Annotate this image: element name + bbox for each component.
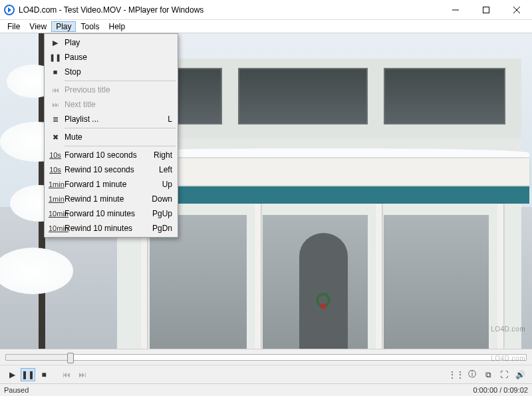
play-icon: ▶ <box>9 370 15 379</box>
menuitem-playlist[interactable]: ≣Playlist ...L <box>46 112 176 126</box>
menuitem-next-title: ⏭Next title <box>46 97 176 112</box>
menuitem-label: Rewind 10 minutes <box>62 224 147 233</box>
maximize-button[interactable] <box>471 0 501 19</box>
menuitem-label: Rewind 1 minute <box>62 194 146 204</box>
previous-button: ⏮ <box>59 368 74 381</box>
menuitem-previous-title: ⏮Previous title <box>46 83 176 97</box>
previous-icon: ⏮ <box>63 370 70 379</box>
status-time: 0:00:00 / 0:09:02 <box>473 386 528 394</box>
play-dropdown-menu: ▶Play❚❚Pause■Stop⏮Previous title⏭Next ti… <box>44 33 178 238</box>
status-state: Paused <box>4 386 473 394</box>
mute-icon: ✖ <box>49 133 62 142</box>
menuitem-label: Forward 10 minutes <box>62 209 147 218</box>
menu-tools[interactable]: Tools <box>76 21 104 32</box>
seek-bar <box>0 349 532 365</box>
next-icon: ⏭ <box>78 370 86 379</box>
previous-title-icon: ⏮ <box>49 86 62 94</box>
forward-10-seconds-icon: 10s <box>49 152 62 158</box>
fullscreen-icon: ⛶ <box>500 370 508 379</box>
playlist-icon: ≣ <box>49 115 62 124</box>
next-button: ⏭ <box>75 368 90 381</box>
info-button[interactable]: ⓘ <box>465 368 479 381</box>
menuitem-shortcut: Left <box>154 165 172 174</box>
volume-icon: 🔊 <box>515 370 525 379</box>
menuitem-shortcut: L <box>162 114 172 124</box>
next-title-icon: ⏭ <box>49 100 62 108</box>
control-bar: ▶ ❚❚ ■ ⏮ ⏭ ⋮⋮ ⓘ ⧉ ⛶ 🔊 <box>0 365 532 383</box>
pause-button[interactable]: ❚❚ <box>21 368 35 381</box>
menuitem-label: Mute <box>62 132 172 142</box>
menuitem-label: Playlist ... <box>62 114 162 124</box>
menuitem-rewind-10-seconds[interactable]: 10sRewind 10 secondsLeft <box>46 162 176 177</box>
menuitem-shortcut: PgUp <box>147 209 172 218</box>
menu-play[interactable]: Play <box>51 21 76 32</box>
menuitem-label: Rewind 10 seconds <box>62 165 154 174</box>
pause-icon: ❚❚ <box>49 53 62 62</box>
seek-thumb[interactable] <box>67 353 74 363</box>
window-title: LO4D.com - Test Video.MOV - MPlayer for … <box>19 5 440 15</box>
info-icon: ⓘ <box>468 369 476 380</box>
playlist-icon: ⋮⋮ <box>448 370 464 379</box>
play-button[interactable]: ▶ <box>5 368 19 381</box>
status-bar: Paused 0:00:00 / 0:09:02 <box>0 383 532 396</box>
playlist-button[interactable]: ⋮⋮ <box>449 368 464 381</box>
app-icon <box>4 5 15 15</box>
close-icon <box>513 7 520 13</box>
menuitem-pause[interactable]: ❚❚Pause <box>46 50 176 65</box>
stop-button[interactable]: ■ <box>37 368 51 381</box>
menuitem-label: Previous title <box>62 85 172 95</box>
play-icon: ▶ <box>49 39 62 47</box>
menuitem-stop[interactable]: ■Stop <box>46 65 176 79</box>
menuitem-forward-10-minutes[interactable]: 10minForward 10 minutesPgUp <box>46 206 176 221</box>
maximize-icon <box>483 7 489 13</box>
menu-file[interactable]: File <box>3 21 25 32</box>
pause-icon: ❚❚ <box>21 370 35 379</box>
menuitem-shortcut: PgDn <box>147 224 172 233</box>
rewind-1-minute-icon: 1min <box>49 196 62 202</box>
menu-help[interactable]: Help <box>104 21 130 32</box>
stop-icon: ■ <box>41 370 46 379</box>
forward-10-minutes-icon: 10min <box>49 211 62 216</box>
window-controls <box>440 0 532 19</box>
svg-rect-1 <box>483 7 489 13</box>
title-bar: LO4D.com - Test Video.MOV - MPlayer for … <box>0 0 532 20</box>
menu-bar: File View Play Tools Help <box>0 20 532 33</box>
menuitem-rewind-1-minute[interactable]: 1minRewind 1 minuteDown <box>46 192 176 206</box>
fullscreen-button[interactable]: ⛶ <box>497 368 511 381</box>
rewind-10-minutes-icon: 10min <box>49 226 62 231</box>
menuitem-label: Play <box>62 38 172 47</box>
menuitem-shortcut: Up <box>157 180 172 189</box>
seek-progress <box>6 355 70 360</box>
menuitem-play[interactable]: ▶Play <box>46 35 176 50</box>
menuitem-shortcut: Down <box>146 194 172 204</box>
volume-button[interactable]: 🔊 <box>513 368 527 381</box>
menuitem-label: Pause <box>62 53 172 62</box>
menuitem-label: Forward 10 seconds <box>62 150 148 160</box>
menuitem-rewind-10-minutes[interactable]: 10minRewind 10 minutesPgDn <box>46 221 176 236</box>
menuitem-mute[interactable]: ✖Mute <box>46 130 176 144</box>
minimize-icon <box>452 7 459 13</box>
stop-icon: ■ <box>49 68 62 76</box>
snapshot-button[interactable]: ⧉ <box>481 368 495 381</box>
menuitem-label: Next title <box>62 100 172 109</box>
menuitem-forward-10-seconds[interactable]: 10sForward 10 secondsRight <box>46 148 176 162</box>
menuitem-label: Forward 1 minute <box>62 180 157 189</box>
menuitem-shortcut: Right <box>148 150 172 160</box>
menuitem-forward-1-minute[interactable]: 1minForward 1 minuteUp <box>46 177 176 192</box>
close-button[interactable] <box>501 0 532 19</box>
minimize-button[interactable] <box>440 0 471 19</box>
snapshot-icon: ⧉ <box>485 370 491 379</box>
rewind-10-seconds-icon: 10s <box>49 167 62 172</box>
seek-track[interactable] <box>5 354 527 361</box>
forward-1-minute-icon: 1min <box>49 182 62 187</box>
menuitem-label: Stop <box>62 67 172 77</box>
menu-view[interactable]: View <box>25 21 51 32</box>
